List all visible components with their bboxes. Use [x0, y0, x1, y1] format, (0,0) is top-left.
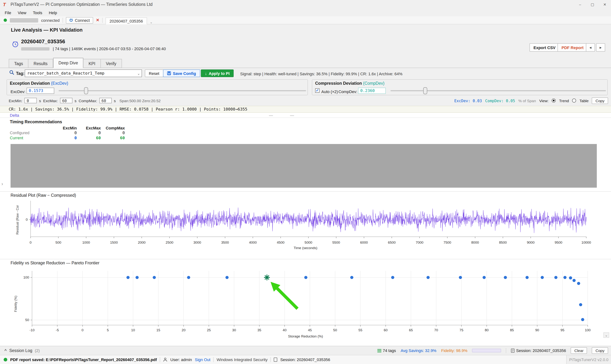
excmin-input[interactable]: 0 — [25, 98, 37, 103]
log-session-id: Session: 20260407_035356 — [516, 348, 566, 353]
reset-button[interactable]: Reset — [145, 69, 163, 77]
auto-label: Auto (×2) — [321, 90, 338, 94]
menu-tools[interactable]: Tools — [30, 10, 45, 15]
tab-tags[interactable]: Tags — [9, 59, 28, 68]
tab-deep-dive[interactable]: Deep Dive — [53, 58, 83, 68]
delta-row-label: Delta — [10, 113, 19, 117]
session-log-title[interactable]: Session Log — [9, 348, 32, 353]
pareto-point[interactable] — [563, 276, 566, 279]
nav-forward-button[interactable]: ► — [596, 43, 605, 52]
session-tab-dropdown-icon[interactable]: ⌄ — [150, 20, 152, 24]
excmax-label: ExcMax: — [43, 98, 58, 103]
pareto-point[interactable] — [504, 276, 507, 279]
copy-log-button[interactable]: Copy — [592, 347, 608, 354]
timing-value: 60 — [77, 136, 101, 140]
pareto-point[interactable] — [569, 276, 572, 279]
pareto-point[interactable] — [579, 303, 582, 306]
annotation-arrow-shaft — [276, 288, 298, 309]
session-tab[interactable]: 20260407_035356 — [106, 17, 147, 24]
tag-status-text: Signal: step | Health: well-tuned | Savi… — [240, 72, 403, 76]
svg-text:6500: 6500 — [388, 241, 395, 244]
svg-text:40: 40 — [283, 328, 286, 332]
toolbar-separator — [102, 18, 103, 23]
pareto-point[interactable] — [459, 276, 462, 279]
pareto-point[interactable] — [136, 276, 139, 279]
tab-results[interactable]: Results — [28, 59, 53, 68]
view-table-radio[interactable] — [572, 99, 576, 103]
session-log-bar: ^ Session Log (2) 74 tags Avg Savings: 3… — [0, 346, 611, 355]
svg-text:30: 30 — [232, 328, 236, 332]
tab-verify[interactable]: Verify — [101, 59, 122, 68]
svg-text:0: 0 — [30, 241, 32, 244]
pdf-report-button[interactable]: PDF Report — [557, 43, 587, 52]
pareto-point[interactable] — [391, 276, 394, 279]
view-table-label[interactable]: Table — [580, 98, 589, 103]
close-button[interactable]: ✕ — [599, 0, 611, 9]
svg-text:7000: 7000 — [416, 241, 423, 244]
pareto-point[interactable] — [554, 276, 557, 279]
svg-text:2000: 2000 — [138, 241, 146, 244]
session-doc-icon — [274, 357, 277, 362]
sign-out-link[interactable]: Sign Out — [195, 357, 211, 362]
current-config-marker[interactable] — [264, 274, 270, 280]
apply-to-pi-button[interactable]: ↓ Apply to PI — [201, 69, 234, 77]
session-id: 20260407_035356 — [21, 39, 65, 44]
log-separator — [506, 348, 506, 353]
pareto-point[interactable] — [541, 276, 544, 279]
session-meta: | 74 tags | 1469K events | 2026-04-07 03… — [53, 47, 166, 51]
pareto-point[interactable] — [126, 276, 130, 279]
sidebar-expander[interactable]: › — [1, 181, 3, 187]
excmax-input[interactable]: 60 — [60, 98, 72, 103]
pareto-point[interactable] — [581, 318, 584, 321]
compmax-input[interactable]: 60 — [99, 98, 112, 103]
tags-count-item: 74 tags — [377, 348, 396, 353]
pareto-point[interactable] — [572, 279, 575, 282]
panel-divider — [0, 259, 611, 259]
disconnect-icon[interactable]: ✕ — [96, 18, 99, 23]
avg-savings-stat: Avg Savings: 32.9% — [401, 348, 436, 353]
minimize-button[interactable]: – — [574, 0, 586, 9]
menu-bar: FileViewToolsHelp — [0, 9, 611, 16]
timing-col-header: ExcMax — [77, 126, 101, 130]
pareto-point[interactable] — [426, 276, 430, 279]
auto-checkbox[interactable]: ✓ — [315, 88, 320, 93]
pareto-point[interactable] — [304, 276, 307, 279]
pareto-point[interactable] — [483, 276, 486, 279]
excdev-input[interactable]: 0.1573 — [27, 88, 54, 94]
connect-button[interactable]: Connect — [66, 17, 93, 24]
compdev-slider-thumb[interactable] — [423, 87, 427, 94]
export-csv-button[interactable]: Export CSV — [530, 43, 559, 52]
pareto-point[interactable] — [225, 276, 229, 279]
maximize-button[interactable]: ▢ — [586, 0, 599, 9]
status-separator — [270, 357, 271, 362]
compdev-slider[interactable] — [391, 87, 606, 94]
svg-text:0: 0 — [26, 218, 28, 221]
pareto-point[interactable] — [187, 276, 190, 279]
pareto-point[interactable] — [350, 276, 353, 279]
excdev-slider-track — [59, 90, 306, 91]
menu-file[interactable]: File — [1, 10, 14, 15]
copy-view-button[interactable]: Copy — [592, 97, 608, 104]
menu-help[interactable]: Help — [45, 10, 60, 15]
tag-select[interactable]: reactor_batch_data_Reactor1_Temp ⌄ — [25, 69, 142, 77]
pareto-point[interactable] — [526, 276, 529, 279]
svg-text:25: 25 — [207, 328, 211, 332]
menu-view[interactable]: View — [14, 10, 29, 15]
save-config-button[interactable]: Save Config — [163, 69, 200, 77]
log-expand-caret[interactable]: ^ — [4, 348, 7, 353]
scrollbar-down-button[interactable]: ⌄ — [603, 332, 609, 338]
clear-log-button[interactable]: Clear — [571, 347, 587, 354]
tag-search-icon — [9, 70, 14, 75]
view-trend-radio[interactable] — [552, 99, 556, 103]
excdev-slider[interactable] — [59, 87, 306, 94]
svg-text:9000: 9000 — [527, 241, 534, 244]
tab-kpi[interactable]: KPI — [83, 59, 101, 68]
timing-value: 0 — [77, 130, 101, 135]
view-trend-label[interactable]: Trend — [559, 98, 569, 103]
pareto-point[interactable] — [153, 276, 156, 279]
nav-back-button[interactable]: ◄ — [586, 43, 595, 52]
pareto-point[interactable] — [577, 282, 580, 285]
unit-label: s — [75, 98, 77, 103]
excdev-slider-thumb[interactable] — [84, 87, 88, 94]
compdev-input[interactable]: 0.2360 — [358, 88, 386, 94]
